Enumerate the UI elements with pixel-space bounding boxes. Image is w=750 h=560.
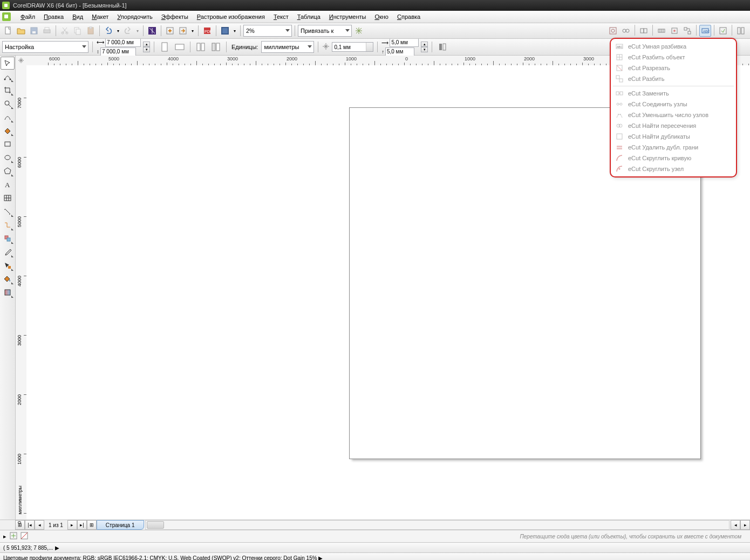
menu-инструменты[interactable]: Инструменты bbox=[325, 12, 371, 21]
save-button[interactable] bbox=[28, 25, 40, 37]
pick-tool[interactable] bbox=[1, 57, 15, 70]
smart-fill-tool[interactable] bbox=[1, 124, 15, 137]
menu-упорядочить[interactable]: Упорядочить bbox=[113, 12, 156, 21]
redo-button[interactable] bbox=[122, 25, 134, 37]
menu-вид[interactable]: Вид bbox=[68, 12, 87, 21]
menu-текст[interactable]: Текст bbox=[269, 12, 293, 21]
units-combo[interactable]: миллиметры bbox=[261, 41, 314, 53]
no-color-swatch[interactable] bbox=[21, 532, 28, 541]
dimension-tool[interactable] bbox=[1, 205, 15, 218]
polygon-tool[interactable] bbox=[1, 165, 15, 177]
cut-button[interactable] bbox=[59, 25, 71, 37]
snap-options-button[interactable] bbox=[353, 25, 365, 37]
palette-add-button[interactable] bbox=[10, 532, 17, 541]
ecut-btn-active[interactable]: ABC bbox=[699, 25, 711, 37]
print-button[interactable] bbox=[41, 25, 53, 37]
export-dropdown[interactable]: ▾ bbox=[190, 25, 195, 37]
paste-button[interactable] bbox=[85, 25, 97, 37]
ecut-item-4[interactable]: eCut Заменить bbox=[611, 88, 736, 99]
ecut-btn-7[interactable] bbox=[717, 25, 729, 37]
menu-эффекты[interactable]: Эффекты bbox=[157, 12, 193, 21]
orientation-portrait[interactable] bbox=[158, 40, 171, 53]
page-first-button[interactable]: |◂ bbox=[25, 520, 35, 530]
duplicate-y-field[interactable]: 5,0 мм bbox=[385, 47, 414, 56]
ecut-btn-3[interactable] bbox=[638, 25, 650, 37]
connector-tool[interactable] bbox=[1, 218, 15, 231]
ecut-btn-1[interactable] bbox=[607, 25, 619, 37]
zoom-tool[interactable] bbox=[1, 97, 15, 110]
page-next-button[interactable]: ▸ bbox=[67, 520, 77, 530]
all-pages-button[interactable] bbox=[194, 40, 207, 53]
current-page-button[interactable] bbox=[209, 40, 222, 53]
export-button[interactable] bbox=[177, 25, 189, 37]
redo-dropdown[interactable]: ▾ bbox=[135, 25, 140, 37]
menu-правка[interactable]: Правка bbox=[39, 12, 68, 21]
menu-окно[interactable]: Окно bbox=[370, 12, 393, 21]
ecut-btn-8[interactable] bbox=[735, 25, 747, 37]
snap-label: Привязать к bbox=[301, 28, 333, 34]
menu-макет[interactable]: Макет bbox=[87, 12, 113, 21]
ecut-item-7[interactable]: eCut Найти пересечения bbox=[611, 120, 736, 131]
page-width-field[interactable]: 7 000,0 мм bbox=[105, 38, 141, 47]
menu-справка[interactable]: Справка bbox=[393, 12, 425, 21]
page-tab[interactable]: Страница 1 bbox=[97, 520, 144, 530]
ecut-btn-2[interactable] bbox=[620, 25, 632, 37]
undo-dropdown[interactable]: ▾ bbox=[115, 25, 121, 37]
treat-as-filled-button[interactable] bbox=[436, 40, 449, 53]
effects-tool[interactable] bbox=[1, 232, 15, 245]
ecut-btn-6[interactable] bbox=[681, 25, 693, 37]
outline-tool[interactable] bbox=[1, 259, 15, 272]
ecut-item-3[interactable]: eCut Разбить bbox=[611, 73, 736, 84]
page-height-field[interactable]: 7 000,0 мм bbox=[100, 47, 136, 56]
menu-файл[interactable]: Файл bbox=[16, 12, 39, 21]
ecut-btn-4[interactable] bbox=[656, 25, 667, 37]
menu-растровые изображения[interactable]: Растровые изображения bbox=[193, 12, 269, 21]
page-add-after-button[interactable]: ⊞ bbox=[87, 520, 97, 530]
page-prev-button[interactable]: ◂ bbox=[35, 520, 44, 530]
ecut-item-0[interactable]: ABCeCut Умная разбивка bbox=[611, 41, 736, 52]
ruler-origin[interactable] bbox=[16, 56, 27, 66]
app-switch-dropdown[interactable]: ▾ bbox=[232, 25, 237, 37]
ecut-item-10[interactable]: eCut Скруглить кривую bbox=[611, 153, 736, 163]
ellipse-tool[interactable] bbox=[1, 151, 15, 164]
copy-button[interactable] bbox=[72, 25, 84, 37]
palette-menu-button[interactable]: ▸ bbox=[3, 533, 6, 540]
page-preset-combo[interactable]: Настройка bbox=[2, 41, 88, 53]
eyedropper-tool[interactable] bbox=[1, 245, 15, 258]
rectangle-tool[interactable] bbox=[1, 138, 15, 151]
new-button[interactable] bbox=[2, 25, 14, 37]
zoom-combo[interactable]: 2% bbox=[243, 25, 292, 37]
orientation-landscape[interactable] bbox=[173, 40, 186, 53]
ecut-item-9[interactable]: eCut Удалить дубл. грани bbox=[611, 142, 736, 153]
nudge-field[interactable]: 0,1 мм bbox=[332, 42, 373, 52]
ecut-item-6[interactable]: eCut Уменьшить число узлов bbox=[611, 110, 736, 120]
ecut-item-5[interactable]: eCut Соединить узлы bbox=[611, 99, 736, 110]
ruler-vertical[interactable]: миллиметры 70006000500040003000200010000 bbox=[16, 65, 27, 520]
freehand-tool[interactable] bbox=[1, 111, 15, 124]
page-last-button[interactable]: ▸| bbox=[77, 520, 87, 530]
ecut-item-2[interactable]: eCut Разрезать bbox=[611, 63, 736, 73]
open-button[interactable] bbox=[15, 25, 27, 37]
app-switch-button[interactable] bbox=[219, 25, 231, 37]
publish-pdf-button[interactable]: PDF bbox=[201, 25, 213, 37]
import-button[interactable] bbox=[164, 25, 176, 37]
menu-таблица[interactable]: Таблица bbox=[293, 12, 325, 21]
ecut-item-1[interactable]: eCut Разбить объект bbox=[611, 52, 736, 63]
ecut-item-8[interactable]: eCut Найти дубликаты bbox=[611, 131, 736, 142]
shape-tool[interactable] bbox=[1, 70, 15, 83]
search-button[interactable] bbox=[146, 25, 158, 37]
fill-tool[interactable] bbox=[1, 272, 15, 285]
status-more-icon[interactable]: ▶ bbox=[55, 545, 59, 551]
crop-tool[interactable] bbox=[1, 84, 15, 97]
interactive-fill-tool[interactable] bbox=[1, 286, 15, 299]
hscroll-left[interactable]: ◂ bbox=[731, 520, 740, 530]
ecut-item-11[interactable]: eCut Скруглить узел bbox=[611, 163, 736, 174]
duplicate-x-field[interactable]: 5,0 мм bbox=[390, 38, 419, 47]
ecut-btn-5[interactable] bbox=[669, 25, 680, 37]
snap-combo[interactable]: Привязать к bbox=[298, 25, 352, 37]
horizontal-scrollbar[interactable] bbox=[145, 520, 729, 530]
text-tool[interactable]: A bbox=[1, 178, 15, 191]
hscroll-right[interactable]: ▸ bbox=[740, 520, 750, 530]
undo-button[interactable] bbox=[103, 25, 114, 37]
table-tool[interactable] bbox=[1, 192, 15, 204]
